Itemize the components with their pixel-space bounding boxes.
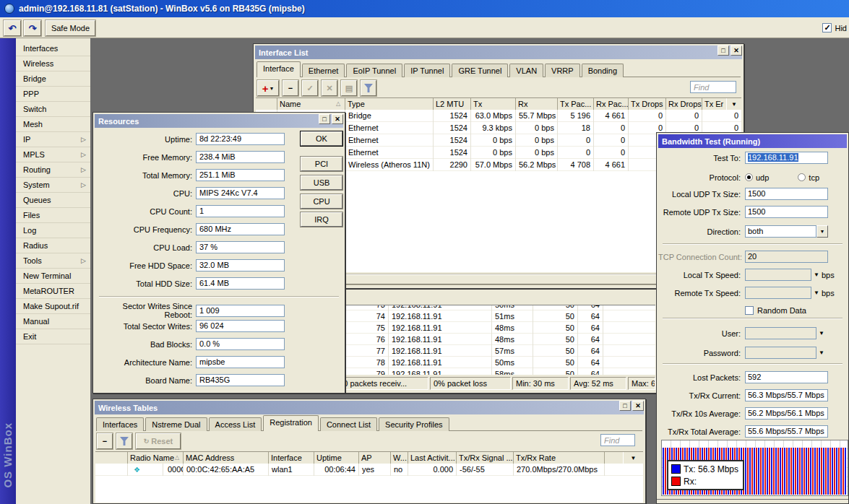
- direction-select[interactable]: both: [745, 225, 816, 238]
- disable-button[interactable]: ✕: [322, 80, 337, 96]
- sidebar-item[interactable]: Bridge: [16, 71, 90, 87]
- sidebar-item[interactable]: Mesh: [16, 117, 90, 132]
- resource-value[interactable]: 61.4 MB: [196, 277, 285, 290]
- protocol-tcp-radio[interactable]: [798, 173, 806, 181]
- sidebar-item[interactable]: System ▷: [16, 178, 90, 193]
- tab-registration[interactable]: Registration: [263, 415, 319, 431]
- interface-table-header[interactable]: NameTypeL2 MTUTxRxTx Pac...Rx Pac...Tx D…: [256, 97, 741, 110]
- resource-value[interactable]: 238.4 MiB: [196, 151, 285, 163]
- tab-security-profiles[interactable]: Security Profiles: [379, 417, 449, 431]
- redo-button[interactable]: ↷: [24, 20, 41, 36]
- ping-row[interactable]: 79192.168.11.9158ms5064: [331, 368, 655, 375]
- resource-value[interactable]: 251.1 MiB: [196, 169, 285, 181]
- column-header[interactable]: AP: [359, 452, 391, 464]
- tab-ip-tunnel[interactable]: IP Tunnel: [404, 64, 450, 77]
- enable-button[interactable]: ✓: [302, 80, 318, 96]
- sidebar-item[interactable]: IP ▷: [16, 132, 90, 147]
- tab-nstreme-dual[interactable]: Nstreme Dual: [145, 417, 207, 431]
- resource-value[interactable]: 32.0 MB: [196, 259, 285, 271]
- column-header[interactable]: [605, 452, 624, 464]
- ping-row[interactable]: 73192.168.11.9150ms5064: [331, 305, 655, 310]
- undo-button[interactable]: ↶: [4, 20, 21, 36]
- sidebar-item[interactable]: Queues: [16, 193, 90, 208]
- tab-interfaces[interactable]: Interfaces: [96, 417, 144, 431]
- tab-bonding[interactable]: Bonding: [582, 64, 624, 77]
- sidebar-item[interactable]: New Terminal: [16, 269, 90, 284]
- hide-passwords-checkbox[interactable]: ✓: [822, 23, 832, 32]
- resource-value[interactable]: 1 009: [196, 305, 285, 317]
- column-header[interactable]: Tx Pac...: [558, 98, 594, 110]
- password-dropdown-icon[interactable]: ▼: [819, 349, 824, 356]
- column-header[interactable]: [256, 98, 277, 110]
- sidebar-item[interactable]: Routing ▷: [16, 162, 90, 178]
- comment-button[interactable]: ▤: [341, 80, 357, 96]
- column-header[interactable]: Interface: [269, 452, 314, 464]
- tab-vrrp[interactable]: VRRP: [545, 64, 580, 77]
- column-header[interactable]: Rx Drops: [666, 98, 702, 110]
- reset-button[interactable]: ↻Reset: [136, 433, 181, 449]
- tab-vlan[interactable]: VLAN: [509, 64, 543, 77]
- remove-button[interactable]: −: [283, 80, 298, 96]
- filter-button[interactable]: [361, 80, 376, 96]
- sidebar-item[interactable]: Tools ▷: [16, 253, 90, 269]
- maximize-icon[interactable]: □: [319, 114, 330, 124]
- sidebar-item[interactable]: Files: [16, 208, 90, 223]
- column-header[interactable]: Tx Er: [702, 98, 725, 110]
- wireless-tables-titlebar[interactable]: Wireless Tables: [95, 401, 644, 414]
- sidebar-item[interactable]: Exit: [16, 329, 90, 344]
- maximize-icon[interactable]: □: [717, 45, 729, 56]
- close-icon[interactable]: ✕: [632, 401, 644, 411]
- column-header[interactable]: Uptime: [314, 452, 359, 464]
- maximize-icon[interactable]: □: [619, 401, 631, 411]
- resources-button[interactable]: IRQ: [301, 212, 342, 227]
- column-header[interactable]: Tx Drops: [629, 98, 666, 110]
- interface-list-titlebar[interactable]: Interface List: [255, 45, 742, 59]
- sidebar-item[interactable]: MPLS ▷: [16, 147, 90, 162]
- tab-interface[interactable]: Interface: [257, 61, 301, 77]
- sidebar-item[interactable]: Switch: [16, 102, 90, 117]
- ping-row[interactable]: 74192.168.11.9151ms5064: [331, 310, 655, 322]
- resource-value[interactable]: 37 %: [196, 241, 285, 253]
- column-header[interactable]: Name: [277, 98, 345, 110]
- remote-udp-tx-size-input[interactable]: 1500: [745, 206, 828, 218]
- direction-dropdown-icon[interactable]: ▼: [816, 225, 828, 238]
- close-icon[interactable]: ✕: [731, 45, 742, 56]
- random-data-checkbox[interactable]: [745, 306, 754, 315]
- safe-mode-button[interactable]: Safe Mode: [46, 20, 95, 36]
- local-udp-tx-size-input[interactable]: 1500: [745, 188, 828, 200]
- add-button[interactable]: +▼: [257, 80, 279, 96]
- column-header[interactable]: Tx/Rx Rate: [514, 452, 605, 464]
- column-header[interactable]: Tx/Rx Signal ...: [457, 452, 514, 464]
- registration-find-input[interactable]: Find: [600, 434, 635, 446]
- registration-row[interactable]: ❖000C4265... 00:0C:42:65:AA:A5 wlan1 00:…: [95, 464, 643, 476]
- resource-value[interactable]: 8d 22:23:49: [196, 133, 285, 145]
- resource-value[interactable]: 680 MHz: [196, 223, 285, 235]
- sidebar-item[interactable]: Log: [16, 223, 90, 238]
- user-dropdown-icon[interactable]: ▼: [819, 330, 824, 336]
- resources-button[interactable]: OK: [301, 131, 342, 146]
- column-header[interactable]: [95, 452, 128, 464]
- ping-row[interactable]: 75192.168.11.9148ms5064: [331, 322, 655, 334]
- sidebar-item[interactable]: Interfaces: [16, 41, 90, 56]
- column-header[interactable]: Type: [345, 98, 434, 110]
- protocol-udp-radio[interactable]: [745, 173, 753, 181]
- filter-button[interactable]: [116, 433, 132, 449]
- test-to-input[interactable]: 192.168.11.91: [745, 152, 828, 164]
- remove-button[interactable]: −: [97, 433, 113, 449]
- interface-find-input[interactable]: Find: [690, 81, 736, 93]
- sidebar-item[interactable]: Manual: [16, 314, 90, 329]
- resources-button[interactable]: USB: [301, 175, 342, 190]
- resource-value[interactable]: MIPS 24Kc V7.4: [196, 187, 285, 199]
- sidebar-item[interactable]: PPP: [16, 87, 90, 102]
- tab-ethernet[interactable]: Ethernet: [302, 64, 345, 77]
- resource-value[interactable]: mipsbe: [196, 356, 285, 368]
- resources-titlebar[interactable]: Resources: [95, 114, 343, 128]
- sidebar-item[interactable]: Make Supout.rif: [16, 299, 90, 314]
- column-header[interactable]: Rx Pac...: [594, 98, 629, 110]
- ping-row[interactable]: 77192.168.11.9157ms5064: [331, 345, 655, 357]
- tab-access-list[interactable]: Access List: [209, 417, 262, 431]
- local-tx-speed-dropdown-icon[interactable]: ▼: [814, 271, 819, 278]
- column-header[interactable]: Last Activit...: [408, 452, 457, 464]
- tab-eoip-tunnel[interactable]: EoIP Tunnel: [346, 64, 402, 77]
- sidebar-item[interactable]: Radius: [16, 238, 90, 253]
